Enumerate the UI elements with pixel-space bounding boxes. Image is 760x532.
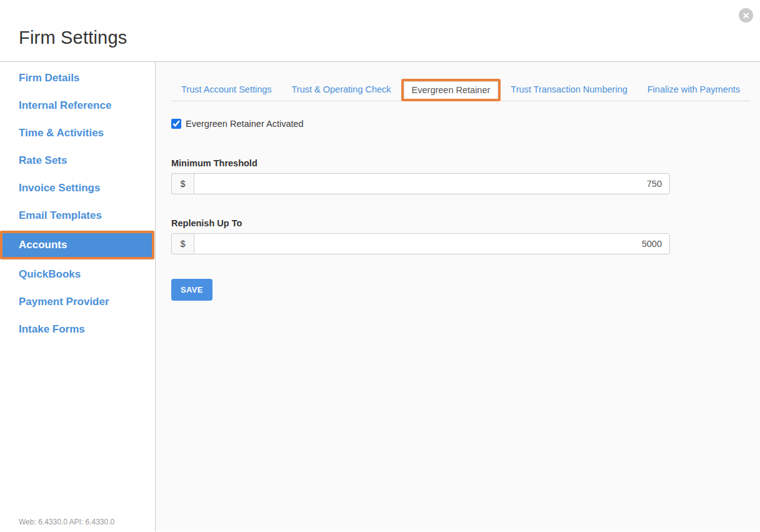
sidebar-item-email-templates[interactable]: Email Templates	[0, 202, 155, 229]
evergreen-activated-checkbox[interactable]	[171, 119, 181, 129]
replenish-up-to-input-group: $	[171, 233, 670, 254]
minimum-threshold-field: Minimum Threshold $	[171, 158, 750, 194]
sidebar-item-time-activities[interactable]: Time & Activities	[0, 119, 155, 147]
save-button[interactable]: SAVE	[171, 279, 212, 301]
evergreen-tab-highlight-annotation: Evergreen Retainer	[401, 79, 501, 101]
sidebar-item-invoice-settings[interactable]: Invoice Settings	[0, 174, 155, 202]
sidebar-item-accounts[interactable]: Accounts	[2, 233, 152, 257]
tab-finalize-with-payments[interactable]: Finalize with Payments	[638, 78, 750, 101]
tab-trust-operating-check[interactable]: Trust & Operating Check	[282, 78, 401, 101]
minimum-threshold-label: Minimum Threshold	[171, 158, 750, 168]
settings-sidebar: Firm Details Internal Reference Time & A…	[0, 62, 156, 531]
minimum-threshold-input-group: $	[171, 173, 670, 194]
modal-body: Firm Details Internal Reference Time & A…	[0, 62, 760, 531]
accounts-highlight-annotation: Accounts	[0, 231, 154, 259]
firm-settings-modal: Firm Settings ✕ Firm Details Internal Re…	[0, 0, 760, 532]
dollar-prefix: $	[171, 233, 194, 254]
replenish-up-to-label: Replenish Up To	[171, 218, 750, 228]
sidebar-item-intake-forms[interactable]: Intake Forms	[0, 316, 155, 343]
evergreen-activated-row: Evergreen Retainer Activated	[171, 119, 750, 129]
sidebar-item-quickbooks[interactable]: QuickBooks	[0, 261, 155, 288]
close-icon: ✕	[742, 11, 750, 20]
settings-content: Trust Account Settings Trust & Operating…	[156, 62, 760, 531]
dollar-prefix: $	[171, 173, 194, 194]
evergreen-activated-label[interactable]: Evergreen Retainer Activated	[186, 119, 304, 129]
tab-trust-account-settings[interactable]: Trust Account Settings	[171, 78, 282, 101]
sidebar-item-rate-sets[interactable]: Rate Sets	[0, 147, 155, 174]
version-text: Web: 6.4330.0 API: 6.4330.0	[19, 518, 114, 526]
sidebar-item-payment-provider[interactable]: Payment Provider	[0, 288, 155, 316]
replenish-up-to-input[interactable]	[194, 233, 670, 254]
replenish-up-to-field: Replenish Up To $	[171, 218, 750, 254]
tab-trust-transaction-numbering[interactable]: Trust Transaction Numbering	[501, 78, 637, 101]
modal-header: Firm Settings ✕	[0, 0, 760, 62]
sidebar-item-internal-reference[interactable]: Internal Reference	[0, 92, 155, 119]
tab-evergreen-retainer[interactable]: Evergreen Retainer	[404, 81, 499, 99]
accounts-tabs: Trust Account Settings Trust & Operating…	[171, 78, 750, 101]
page-title: Firm Settings	[19, 28, 127, 48]
close-button[interactable]: ✕	[739, 8, 753, 23]
sidebar-item-firm-details[interactable]: Firm Details	[0, 64, 155, 92]
minimum-threshold-input[interactable]	[194, 173, 670, 194]
